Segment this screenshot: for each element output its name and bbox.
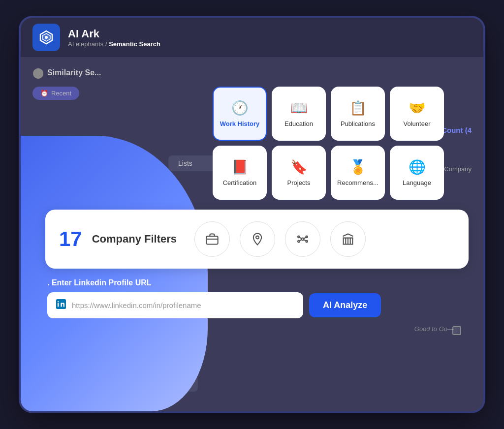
work-history-icon: 🕐 (231, 100, 249, 116)
projects-icon: 🔖 (290, 159, 308, 175)
app-subtitle: AI elephants / Semantic Search (68, 40, 160, 48)
filter-location-button[interactable] (240, 221, 275, 257)
linkedin-section: . Enter Linkedin Profile URL https://www… (45, 278, 469, 318)
volunteer-icon: 🤝 (409, 100, 426, 116)
language-label: Language (403, 179, 431, 186)
bg-search-label: ⬤ Similarity Se... (32, 67, 101, 79)
language-icon: 🌐 (409, 159, 426, 175)
svg-point-9 (306, 236, 308, 238)
work-history-label: Work History (220, 120, 260, 127)
category-card-certification[interactable]: 📕 Certification (213, 146, 267, 200)
publications-label: Publications (341, 120, 375, 127)
app-window: AI Ark AI elephants / Semantic Search ⬤ … (21, 18, 483, 411)
filters-card: 17 Company Filters (45, 210, 469, 269)
certification-icon: 📕 (231, 159, 249, 175)
category-card-recommendations[interactable]: 🏅 Recommens... (331, 146, 385, 200)
recommendations-label: Recommens... (337, 179, 378, 186)
linkedin-placeholder: https://www.linkedin.com/in/profilename (72, 301, 201, 309)
filter-briefcase-button[interactable] (194, 221, 230, 257)
svg-point-8 (298, 236, 300, 238)
svg-line-15 (304, 240, 306, 241)
app-title: AI Ark (68, 28, 160, 40)
filters-label: Company Filters (92, 233, 177, 245)
projects-label: Projects (287, 179, 311, 186)
category-card-language[interactable]: 🌐 Language (390, 146, 444, 200)
education-icon: 📖 (290, 100, 308, 116)
svg-rect-3 (206, 236, 218, 244)
filter-institution-button[interactable] (330, 221, 366, 257)
svg-line-14 (300, 240, 302, 241)
svg-line-13 (304, 238, 306, 239)
linkedin-icon (56, 299, 66, 311)
publications-icon: 📋 (349, 100, 367, 116)
overlay-panel: 🕐 Work History 📖 Education 📋 Publication… (45, 87, 469, 318)
certification-label: Certification (223, 179, 257, 186)
category-card-work-history[interactable]: 🕐 Work History (213, 87, 267, 141)
linkedin-row: https://www.linkedin.com/in/profilename … (47, 292, 467, 318)
category-card-education[interactable]: 📖 Education (272, 87, 326, 141)
category-card-publications[interactable]: 📋 Publications (331, 87, 385, 141)
filters-count: 17 (59, 227, 82, 251)
education-label: Education (284, 120, 313, 127)
svg-point-7 (302, 238, 304, 241)
svg-point-2 (45, 36, 48, 39)
category-card-projects[interactable]: 🔖 Projects (272, 146, 326, 200)
category-grid: 🕐 Work History 📖 Education 📋 Publication… (213, 87, 469, 200)
linkedin-url-input[interactable]: https://www.linkedin.com/in/profilename (47, 292, 303, 318)
svg-point-10 (298, 241, 300, 243)
category-card-volunteer[interactable]: 🤝 Volunteer (390, 87, 444, 141)
app-title-group: AI Ark AI elephants / Semantic Search (68, 28, 160, 48)
svg-point-6 (256, 236, 259, 239)
svg-point-11 (306, 241, 308, 243)
filter-network-button[interactable] (285, 221, 320, 257)
app-logo (32, 24, 60, 51)
app-header: AI Ark AI elephants / Semantic Search (21, 18, 483, 57)
volunteer-label: Volunteer (404, 120, 431, 127)
svg-line-12 (300, 238, 302, 239)
bg-search-row: ⬤ Similarity Se... (32, 67, 472, 79)
linkedin-label: . Enter Linkedin Profile URL (47, 278, 467, 287)
recommendations-icon: 🏅 (349, 159, 367, 175)
ai-analyze-button[interactable]: AI Analyze (309, 293, 381, 317)
watermark: Good to Go— (414, 325, 454, 333)
